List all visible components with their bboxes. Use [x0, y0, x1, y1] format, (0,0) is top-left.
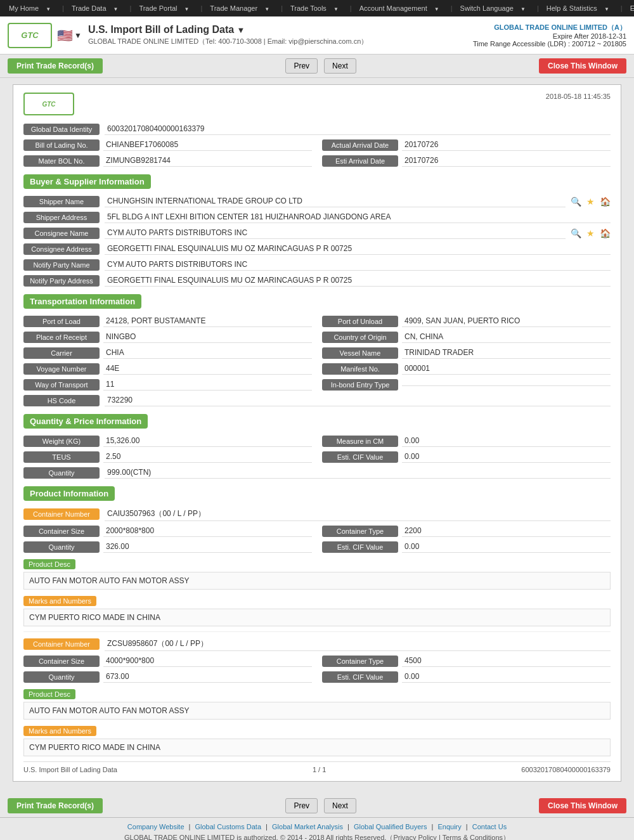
consignee-address-row: Consignee Address GEORGETTI FINAL ESQUIN…	[23, 243, 611, 255]
nav-help-statistics[interactable]: Help & Statistics ▼	[543, 4, 617, 12]
container-2-type-label: Container Type	[322, 656, 398, 667]
container-1-size-label: Container Size	[23, 526, 100, 537]
esti-arrival-col: Esti Arrival Date 20170726	[322, 155, 611, 167]
container-2-size-col: Container Size 4000*900*800	[23, 655, 312, 667]
nav-trade-data[interactable]: Trade Data ▼	[68, 4, 126, 12]
footer-enquiry[interactable]: Enquiry	[437, 823, 461, 830]
container-1-marks-label: Marks and Numbers	[23, 596, 96, 606]
flag: 🇺🇸 ▼	[57, 28, 82, 43]
close-button-top[interactable]: Close This Window	[539, 58, 626, 74]
esti-cif-col: Esti. CIF Value 0.00	[322, 451, 611, 463]
footer-contact[interactable]: Contact Us	[472, 823, 507, 830]
print-button-bottom[interactable]: Print Trade Record(s)	[8, 798, 103, 813]
container-2-qty-value: 673.00	[103, 671, 312, 683]
shipper-star-icon[interactable]: ★	[586, 197, 595, 207]
container-2-size-value: 4000*900*800	[103, 655, 312, 667]
consignee-address-label: Consignee Address	[23, 243, 100, 255]
nav-trade-tools[interactable]: Trade Tools ▼	[287, 4, 346, 12]
carrier-label: Carrier	[23, 347, 100, 359]
next-button-top[interactable]: Next	[324, 58, 356, 74]
footer-global-buyers[interactable]: Global Qualified Buyers	[354, 823, 427, 830]
way-transport-value: 11	[103, 378, 312, 391]
footer-global-customs[interactable]: Global Customs Data	[195, 823, 262, 830]
consignee-address-value: GEORGETTI FINAL ESQUINALUIS MU OZ MARINC…	[105, 243, 611, 255]
next-button-bottom[interactable]: Next	[324, 798, 356, 813]
teus-col: TEUS 2.50	[23, 451, 312, 463]
place-of-receipt-value: NINGBO	[103, 331, 312, 343]
measure-cm-col: Measure in CM 0.00	[322, 435, 611, 447]
footer-copyright: GLOBAL TRADE ONLINE LIMITED is authorize…	[8, 833, 626, 840]
manifest-value: 000001	[402, 363, 611, 375]
container-1-qty-label: Quantity	[23, 541, 100, 553]
prev-button-bottom[interactable]: Prev	[285, 798, 318, 813]
nav-trade-manager[interactable]: Trade Manager ▼	[206, 4, 277, 12]
container-1-type-col: Container Type 2200	[322, 525, 611, 537]
esti-arrival-label: Esti Arrival Date	[322, 155, 398, 167]
container-1-number-row: Container Number CAIU3507963（00 / L / PP…	[23, 507, 611, 521]
shipper-home-icon[interactable]: 🏠	[600, 197, 611, 207]
doc-footer-center: 1 / 1	[313, 766, 326, 773]
master-esti-row: Mater BOL No. ZIMUNGB9281744 Esti Arriva…	[23, 155, 611, 167]
container-1-cif-col: Esti. CIF Value 0.00	[322, 541, 611, 553]
container-1-qty-cif-row: Quantity 326.00 Esti. CIF Value 0.00	[23, 541, 611, 553]
consignee-star-icon[interactable]: ★	[586, 228, 595, 238]
container-1-number-label: Container Number	[23, 508, 100, 520]
container-1-type-value: 2200	[402, 525, 611, 537]
action-bar-bottom: Print Trade Record(s) Prev Next Close Th…	[0, 794, 634, 817]
footer-global-market[interactable]: Global Market Analysis	[272, 823, 343, 830]
nav-switch-language[interactable]: Switch Language ▼	[456, 4, 533, 12]
footer-company-website[interactable]: Company Website	[127, 823, 184, 830]
manifest-label: Manifest No.	[322, 363, 398, 375]
inbond-label: In-bond Entry Type	[322, 379, 398, 391]
container-2-type-col: Container Type 4500	[322, 655, 611, 667]
consignee-home-icon[interactable]: 🏠	[600, 228, 611, 238]
esti-cif-label: Esti. CIF Value	[322, 451, 398, 463]
consignee-search-icon[interactable]: 🔍	[571, 228, 581, 238]
company-name: GLOBAL TRADE ONLINE LIMITED（A）	[473, 23, 626, 32]
weight-label: Weight (KG)	[23, 436, 100, 447]
container-1-marks-value: CYM PUERTO RICO MADE IN CHINA	[23, 609, 611, 626]
print-button-top[interactable]: Print Trade Record(s)	[8, 58, 103, 74]
inbond-col: In-bond Entry Type	[322, 378, 611, 391]
buyer-supplier-section-header: Buyer & Supplier Information	[23, 174, 151, 189]
carrier-value: CHIA	[103, 347, 312, 359]
esti-cif-value: 0.00	[402, 451, 611, 463]
logo-area: GTC 🇺🇸 ▼	[8, 23, 82, 48]
port-of-unload-col: Port of Unload 4909, SAN JUAN, PUERTO RI…	[322, 315, 611, 327]
country-of-origin-label: Country of Origin	[322, 332, 398, 343]
header-title-area: U.S. Import Bill of Lading Data ▼ GLOBAL…	[82, 24, 473, 46]
prev-button-top[interactable]: Prev	[285, 58, 318, 74]
port-of-load-value: 24128, PORT BUSTAMANTE	[103, 315, 312, 327]
hs-code-label: HS Code	[23, 395, 100, 406]
close-button-bottom[interactable]: Close This Window	[539, 798, 626, 813]
shipper-search-icon[interactable]: 🔍	[571, 197, 581, 207]
consignee-name-value: CYM AUTO PARTS DISTRIBUTORS INC	[105, 227, 566, 239]
nav-my-home[interactable]: My Home ▼	[5, 4, 58, 12]
nav-trade-portal[interactable]: Trade Portal ▼	[135, 4, 197, 12]
container-2: Container Number ZCSU8958607（00 / L / PP…	[23, 637, 611, 756]
global-data-identity-row: Global Data Identity 6003201708040000016…	[23, 123, 611, 135]
port-of-unload-label: Port of Unload	[322, 316, 398, 327]
nav-account-management[interactable]: Account Management ▼	[356, 4, 447, 12]
doc-footer-right: 60032017080400000163379	[521, 766, 611, 773]
container-1-size-col: Container Size 2000*808*800	[23, 525, 312, 537]
bol-label: Bill of Lading No.	[23, 139, 100, 151]
nav-exit[interactable]: Exit	[626, 4, 634, 12]
container-1-product-desc-label: Product Desc	[23, 559, 75, 569]
notify-party-address-value: GEORGETTI FINAL ESQUINALUIS MU OZ MARINC…	[105, 275, 611, 287]
way-transport-label: Way of Transport	[23, 379, 100, 391]
container-2-cif-col: Esti. CIF Value 0.00	[322, 671, 611, 683]
header-right: GLOBAL TRADE ONLINE LIMITED（A） Expire Af…	[473, 23, 626, 48]
bol-value: CHIANBEF17060085	[103, 139, 312, 151]
notify-party-name-row: Notify Party Name CYM AUTO PARTS DISTRIB…	[23, 259, 611, 271]
container-1-cif-label: Esti. CIF Value	[322, 541, 398, 553]
container-2-number-row: Container Number ZCSU8958607（00 / L / PP…	[23, 637, 611, 651]
product-section-header: Product Information	[23, 486, 115, 501]
voyage-label: Voyage Number	[23, 363, 100, 375]
page-title: U.S. Import Bill of Lading Data ▼	[88, 24, 473, 36]
hs-code-row: HS Code 732290	[23, 394, 611, 406]
document-card: GTC 2018-05-18 11:45:35 Global Data Iden…	[13, 84, 621, 782]
doc-timestamp: 2018-05-18 11:45:35	[546, 93, 611, 100]
shipper-name-row: Shipper Name CHUNGHSIN INTERNATIONAL TRA…	[23, 195, 611, 207]
master-bol-label: Mater BOL No.	[23, 155, 100, 167]
